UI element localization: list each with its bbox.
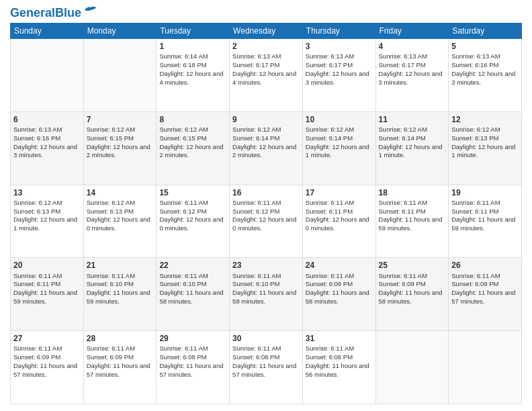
calendar-cell xyxy=(375,331,449,404)
day-number: 16 xyxy=(232,187,300,198)
daylight-text: Daylight: 11 hours and 59 minutes. xyxy=(379,216,443,232)
day-number: 2 xyxy=(232,41,300,52)
daylight-text: Daylight: 11 hours and 59 minutes. xyxy=(451,216,515,232)
weekday-header-tuesday: Tuesday xyxy=(157,24,230,39)
calendar-cell: 22Sunrise: 6:11 AMSunset: 6:10 PMDayligh… xyxy=(157,258,230,331)
daylight-text: Daylight: 12 hours and 1 minute. xyxy=(306,143,369,159)
calendar-cell: 1Sunrise: 6:14 AMSunset: 6:18 PMDaylight… xyxy=(157,39,230,112)
sunrise-text: Sunrise: 6:12 AM xyxy=(159,126,208,133)
week-row-2: 6Sunrise: 6:13 AMSunset: 6:16 PMDaylight… xyxy=(11,111,522,185)
sunset-text: Sunset: 6:14 PM xyxy=(306,134,353,142)
daylight-text: Daylight: 11 hours and 57 minutes. xyxy=(159,362,223,378)
sunset-text: Sunset: 6:15 PM xyxy=(159,134,206,142)
sunset-text: Sunset: 6:13 PM xyxy=(13,208,60,215)
logo-text: GeneralBlue xyxy=(10,7,81,19)
calendar-cell: 29Sunrise: 6:11 AMSunset: 6:08 PMDayligh… xyxy=(157,331,230,404)
calendar-cell: 10Sunrise: 6:12 AMSunset: 6:14 PMDayligh… xyxy=(302,111,375,185)
day-number: 4 xyxy=(379,41,446,52)
day-number: 24 xyxy=(306,260,373,271)
sunrise-text: Sunrise: 6:11 AM xyxy=(232,345,281,352)
day-number: 25 xyxy=(379,260,446,271)
sunset-text: Sunset: 6:10 PM xyxy=(232,280,279,287)
daylight-text: Daylight: 11 hours and 58 minutes. xyxy=(379,289,443,305)
daylight-text: Daylight: 12 hours and 4 minutes. xyxy=(159,70,223,86)
daylight-text: Daylight: 12 hours and 0 minutes. xyxy=(232,216,296,232)
calendar-cell: 19Sunrise: 6:11 AMSunset: 6:11 PMDayligh… xyxy=(449,185,522,258)
sunset-text: Sunset: 6:13 PM xyxy=(87,208,134,215)
sunrise-text: Sunrise: 6:12 AM xyxy=(379,126,427,133)
sunrise-text: Sunrise: 6:11 AM xyxy=(306,345,354,352)
daylight-text: Daylight: 12 hours and 3 minutes. xyxy=(13,143,77,159)
day-number: 20 xyxy=(13,260,81,271)
calendar-cell: 27Sunrise: 6:11 AMSunset: 6:09 PMDayligh… xyxy=(11,331,84,404)
sunrise-text: Sunrise: 6:11 AM xyxy=(306,199,354,206)
daylight-text: Daylight: 12 hours and 4 minutes. xyxy=(232,70,296,86)
sunset-text: Sunset: 6:17 PM xyxy=(232,61,279,68)
daylight-text: Daylight: 12 hours and 3 minutes. xyxy=(451,70,515,86)
sunset-text: Sunset: 6:08 PM xyxy=(159,353,206,361)
sunrise-text: Sunrise: 6:11 AM xyxy=(87,272,135,279)
day-number: 8 xyxy=(159,114,226,125)
weekday-header-row: SundayMondayTuesdayWednesdayThursdayFrid… xyxy=(11,24,522,39)
daylight-text: Daylight: 12 hours and 0 minutes. xyxy=(306,216,369,232)
calendar-cell: 20Sunrise: 6:11 AMSunset: 6:11 PMDayligh… xyxy=(11,258,84,331)
day-number: 7 xyxy=(87,114,154,125)
logo-bird-icon xyxy=(83,5,98,15)
daylight-text: Daylight: 11 hours and 58 minutes. xyxy=(232,289,296,305)
daylight-text: Daylight: 12 hours and 0 minutes. xyxy=(87,216,150,232)
weekday-header-monday: Monday xyxy=(83,24,157,39)
logo-blue: Blue xyxy=(55,6,81,19)
sunset-text: Sunset: 6:11 PM xyxy=(379,208,426,215)
daylight-text: Daylight: 12 hours and 0 minutes. xyxy=(159,216,223,232)
sunrise-text: Sunrise: 6:11 AM xyxy=(232,272,281,279)
day-number: 6 xyxy=(13,114,81,125)
calendar-cell: 12Sunrise: 6:12 AMSunset: 6:13 PMDayligh… xyxy=(449,111,522,185)
day-number: 26 xyxy=(451,260,519,271)
sunset-text: Sunset: 6:09 PM xyxy=(451,280,498,287)
sunrise-text: Sunrise: 6:11 AM xyxy=(159,199,208,206)
sunrise-text: Sunrise: 6:13 AM xyxy=(379,52,427,60)
day-number: 31 xyxy=(306,333,373,344)
sunset-text: Sunset: 6:10 PM xyxy=(87,280,134,287)
day-number: 23 xyxy=(232,260,300,271)
daylight-text: Daylight: 11 hours and 58 minutes. xyxy=(306,289,369,305)
sunrise-text: Sunrise: 6:11 AM xyxy=(451,199,500,206)
sunrise-text: Sunrise: 6:11 AM xyxy=(87,345,135,352)
week-row-4: 20Sunrise: 6:11 AMSunset: 6:11 PMDayligh… xyxy=(11,258,522,331)
daylight-text: Daylight: 11 hours and 57 minutes. xyxy=(232,362,296,378)
day-number: 27 xyxy=(13,333,81,344)
calendar-cell: 7Sunrise: 6:12 AMSunset: 6:15 PMDaylight… xyxy=(83,111,157,185)
day-number: 1 xyxy=(159,41,226,52)
day-number: 30 xyxy=(232,333,300,344)
day-number: 29 xyxy=(159,333,226,344)
calendar-cell: 24Sunrise: 6:11 AMSunset: 6:09 PMDayligh… xyxy=(302,258,375,331)
sunset-text: Sunset: 6:15 PM xyxy=(87,134,134,142)
calendar-cell: 31Sunrise: 6:11 AMSunset: 6:08 PMDayligh… xyxy=(302,331,375,404)
calendar-cell: 16Sunrise: 6:11 AMSunset: 6:12 PMDayligh… xyxy=(230,185,303,258)
weekday-header-thursday: Thursday xyxy=(302,24,375,39)
calendar-cell: 15Sunrise: 6:11 AMSunset: 6:12 PMDayligh… xyxy=(157,185,230,258)
sunset-text: Sunset: 6:11 PM xyxy=(13,280,60,287)
calendar-cell: 18Sunrise: 6:11 AMSunset: 6:11 PMDayligh… xyxy=(375,185,449,258)
day-number: 13 xyxy=(13,187,81,198)
logo-general: General xyxy=(10,6,55,19)
sunset-text: Sunset: 6:16 PM xyxy=(13,134,60,142)
sunrise-text: Sunrise: 6:12 AM xyxy=(13,199,62,206)
calendar-cell: 21Sunrise: 6:11 AMSunset: 6:10 PMDayligh… xyxy=(83,258,157,331)
sunrise-text: Sunrise: 6:11 AM xyxy=(306,272,354,279)
daylight-text: Daylight: 12 hours and 1 minute. xyxy=(451,143,515,159)
sunrise-text: Sunrise: 6:11 AM xyxy=(159,345,208,352)
sunrise-text: Sunrise: 6:13 AM xyxy=(306,52,354,60)
day-number: 22 xyxy=(159,260,226,271)
daylight-text: Daylight: 11 hours and 58 minutes. xyxy=(159,289,223,305)
sunset-text: Sunset: 6:17 PM xyxy=(306,61,353,68)
sunset-text: Sunset: 6:14 PM xyxy=(379,134,426,142)
calendar-cell xyxy=(83,39,157,112)
sunrise-text: Sunrise: 6:12 AM xyxy=(87,199,135,206)
daylight-text: Daylight: 11 hours and 57 minutes. xyxy=(13,362,77,378)
daylight-text: Daylight: 11 hours and 57 minutes. xyxy=(451,289,515,305)
weekday-header-saturday: Saturday xyxy=(449,24,522,39)
weekday-header-friday: Friday xyxy=(375,24,449,39)
calendar-cell: 28Sunrise: 6:11 AMSunset: 6:09 PMDayligh… xyxy=(83,331,157,404)
day-number: 19 xyxy=(451,187,519,198)
